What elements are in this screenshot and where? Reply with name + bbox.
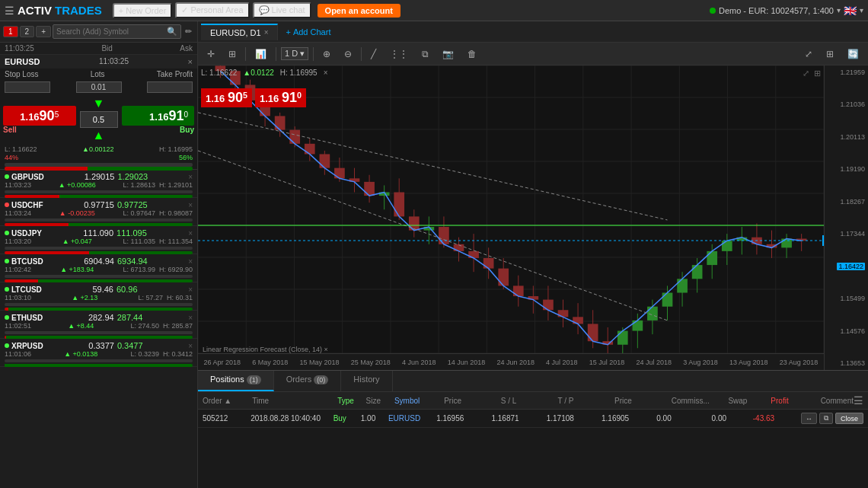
add-chart-button[interactable]: + Add Chart [278,24,338,40]
time-axis-label: 26 Apr 2018 [204,359,241,366]
delete-tool[interactable]: 🗑 [463,46,481,62]
table-row: 505212 2018.08.28 10:40:40 Buy 1.00 EURU… [198,410,868,428]
widget-close-icon[interactable]: × [188,57,193,66]
list-item[interactable]: ETHUSD 282.94 287.44 × 11:02:51 ▲ +8.44 … [0,311,197,339]
buy-button[interactable]: 1.16910 [122,106,195,126]
indicator-tool[interactable]: ⋮⋮ [385,46,413,62]
symbol-indicator [5,203,9,207]
price-pair: 111.090 111.095 [83,228,147,238]
symbol-sentiment-bar [5,190,193,193]
list-item[interactable]: BTCUSD 6904.94 6934.94 × 11:02:42 ▲ +183… [0,254,197,282]
watchlist-add-tab[interactable]: + [36,26,51,37]
symbol-buy-bar [89,251,193,254]
take-profit-input[interactable] [147,81,193,93]
list-item[interactable]: GBPUSD 1.29015 1.29023 × 11:03:23 ▲ +0.0… [0,170,197,198]
symbol-sell-bar [5,223,69,226]
symbol-close-icon[interactable]: × [188,201,193,209]
list-item[interactable]: XRPUSD 0.3377 0.3477 × 11:01:06 ▲ +0.013… [0,339,197,367]
time-axis-label: 25 May 2018 [351,359,391,366]
list-item[interactable]: USDCHF 0.97715 0.97725 × 11:03:24 ▲ -0.0… [0,198,197,226]
symbol-close-icon[interactable]: × [188,257,193,266]
up-arrow-icon: ▲ [93,129,105,142]
sell-button[interactable]: 1.16905 [3,106,76,126]
symbol-list: GBPUSD 1.29015 1.29023 × 11:03:23 ▲ +0.0… [0,170,197,488]
col-sl-header: S / L [501,397,558,405]
symbol-close-icon[interactable]: × [188,285,193,294]
symbol-search-box[interactable]: 🔍 [53,24,181,39]
list-item[interactable]: LTCUSD 59.46 60.96 × 11:03:10 ▲ +2.13 L:… [0,282,197,311]
demo-chevron-icon[interactable]: ▾ [837,6,841,14]
symbol-ask: 6934.94 [117,257,148,266]
col-symbol-header: Symbol [394,397,444,405]
hamburger-icon[interactable]: ☰ [5,5,14,17]
new-order-button[interactable]: + New Order [113,3,173,18]
sync-icon[interactable]: 🔄 [843,46,863,62]
pos-actions: ↔ ⧉ Close [801,413,863,424]
col-time-label: 11:03:25 [5,44,34,53]
symbol-bid: 282.94 [88,313,114,322]
pos-symbol: EURUSD [388,414,436,423]
line-draw-tool[interactable]: ╱ [366,46,381,62]
symbol-close-icon[interactable]: × [188,314,193,322]
time-axis-label: 15 May 2018 [300,359,340,366]
expand-icon[interactable]: ⤢ [800,46,817,62]
lots-input[interactable] [76,81,122,93]
symbol-time: 11:03:20 [5,238,31,245]
bottom-tabs: Positions(1)Orders(0)History [198,371,868,392]
close-position-button[interactable]: Close [835,413,863,424]
clone-tool[interactable]: ⧉ [417,46,433,62]
crosshair-tool[interactable]: ✛ [203,46,219,62]
toolbar-sep-2 [276,47,276,61]
list-item[interactable]: USDJPY 111.090 111.095 × 11:03:20 ▲ +0.0… [0,226,197,254]
time-axis-label: 4 Jul 2018 [546,359,578,366]
watchlist-tab-2[interactable]: 2 [20,26,35,37]
chart-indicator-label: Linear Regression Forecast (Close, 14) × [203,346,328,353]
copy-position-button[interactable]: ⧉ [819,413,833,424]
watchlist-columns: 11:03:25 Bid Ask [0,43,197,55]
search-input[interactable] [56,27,167,36]
screenshot-tool[interactable]: 📷 [438,46,458,62]
chart-tabs: EURUSD, D1 × + Add Chart [198,21,868,43]
symbol-close-icon[interactable]: × [188,342,193,350]
chart-tab-close-icon[interactable]: × [264,28,269,37]
bar-type-tool[interactable]: 📊 [251,46,271,62]
pencil-icon[interactable]: ✏ [183,25,194,38]
symbol-change: ▲ +8.44 [68,322,94,330]
modify-position-button[interactable]: ↔ [801,413,817,424]
personal-area-button[interactable]: ✓ Personal Area [175,2,249,18]
buy-label: Buy [122,126,195,134]
chart-grid-icon[interactable]: ⊞ [814,69,821,78]
table-menu-icon[interactable]: ☰ [854,394,863,407]
language-flag-icon[interactable]: 🇬🇧 [844,5,857,17]
symbol-ask: 111.095 [116,228,147,238]
stop-loss-input[interactable] [5,81,50,93]
symbol-sentiment-bar [5,275,193,278]
bottom-tab-positions[interactable]: Positions(1) [198,371,274,391]
symbol-close-icon[interactable]: × [188,173,193,181]
lots-display: 0.5 [80,111,118,128]
chart-tab-eurusd[interactable]: EURUSD, D1 × [201,24,278,40]
symbol-close-icon[interactable]: × [188,229,193,238]
chart-expand-icon[interactable]: ⤢ [803,69,809,78]
watchlist-tab-1[interactable]: 1 [3,26,18,37]
chart-info-close-icon[interactable]: × [324,69,328,77]
col-ask-label: Ask [180,44,193,53]
pos-tp: 1.17108 [547,414,602,423]
bottom-tab-history[interactable]: History [341,371,392,391]
zoom-out-tool[interactable]: ⊖ [340,46,356,62]
zoom-in-tool[interactable]: ⊕ [318,46,335,62]
timeframe-selector[interactable]: 1 D ▾ [281,47,308,60]
symbol-hl: L: 111.035 H: 111.354 [123,238,193,245]
bottom-tab-orders[interactable]: Orders(0) [274,371,342,391]
price-pair: 0.97715 0.97725 [84,200,148,209]
live-chat-button[interactable]: 💬 Live chat [253,2,311,18]
symbol-indicator [5,343,9,348]
pos-time: 2018.08.28 10:40:40 [251,414,333,423]
positions-table: Order ▲ Time Type Size Symbol Price S / … [198,392,868,488]
price-scale-label: 1.15499 [826,295,866,302]
language-chevron-icon[interactable]: ▾ [860,6,863,14]
grid-view-icon[interactable]: ⊞ [822,46,838,62]
grid-tool[interactable]: ⊞ [224,46,241,62]
symbol-buy-bar [59,195,193,198]
open-account-button[interactable]: Open an account [318,4,400,18]
